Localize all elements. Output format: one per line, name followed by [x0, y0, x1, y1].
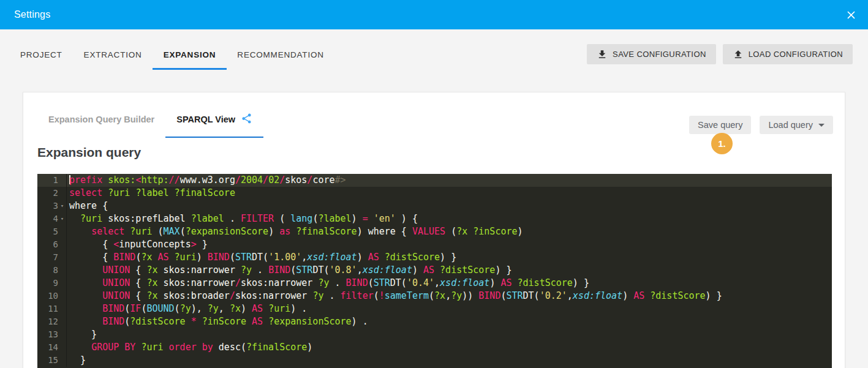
line-number: 15: [37, 354, 67, 367]
code-line[interactable]: 12 BIND(?distScore * ?inScore AS ?expans…: [37, 315, 832, 328]
settings-tabs: PROJECT EXTRACTION EXPANSION RECOMMENDAT…: [20, 50, 345, 59]
code-text: ?uri skos:prefLabel ?label . FILTER ( la…: [67, 212, 418, 225]
query-actions: Save query Load query: [689, 116, 833, 134]
configuration-actions: SAVE CONFIGURATION LOAD CONFIGURATION: [587, 44, 853, 64]
tab-expansion[interactable]: EXPANSION: [164, 50, 216, 59]
code-text: prefix skos:<http://www.w3.org/2004/02/s…: [67, 174, 346, 187]
line-number: 3▾: [37, 200, 67, 212]
code-text: BIND(IF(BOUND(?y), ?y, ?x) AS ?uri) .: [67, 302, 307, 315]
fold-gutter-spacer: [58, 315, 66, 328]
code-line[interactable]: 6 { <inputConcepts> }: [37, 238, 832, 251]
line-number: 2: [37, 187, 67, 200]
fold-arrow-icon[interactable]: ▾: [58, 200, 66, 212]
line-number: 5: [37, 225, 67, 238]
code-line[interactable]: 13 }: [37, 328, 832, 341]
save-configuration-label: SAVE CONFIGURATION: [613, 50, 706, 59]
dialog-title: Settings: [14, 9, 50, 20]
load-query-button[interactable]: Load query: [760, 116, 833, 134]
code-text: UNION { ?x skos:broader/skos:narrower ?y…: [67, 290, 722, 302]
fold-gutter-spacer: [58, 264, 66, 277]
fold-gutter-spacer: [58, 290, 66, 302]
line-number: 7: [37, 251, 67, 264]
fold-gutter-spacer: [58, 238, 66, 251]
code-line[interactable]: 3▾where {: [37, 200, 832, 212]
code-line[interactable]: 4▾ ?uri skos:prefLabel ?label . FILTER (…: [37, 212, 832, 225]
load-configuration-button[interactable]: LOAD CONFIGURATION: [723, 44, 853, 64]
save-configuration-button[interactable]: SAVE CONFIGURATION: [587, 44, 716, 64]
code-text: }: [67, 354, 86, 367]
fold-gutter-spacer: [58, 302, 66, 315]
code-line[interactable]: 14 GROUP BY ?uri order by desc(?finalSco…: [37, 341, 832, 354]
code-text: select ?uri ?label ?finalScore: [67, 187, 235, 200]
code-line[interactable]: 11 BIND(IF(BOUND(?y), ?y, ?x) AS ?uri) .: [37, 302, 832, 315]
code-text: UNION { ?x skos:narrower/skos:narrower ?…: [67, 277, 589, 290]
fold-gutter-spacer: [58, 225, 66, 238]
tab-extraction[interactable]: EXTRACTION: [84, 50, 142, 59]
code-text: { BIND(?x AS ?uri) BIND(STRDT('1.00',xsd…: [67, 251, 456, 264]
load-configuration-label: LOAD CONFIGURATION: [749, 50, 843, 59]
code-line[interactable]: 1prefix skos:<http://www.w3.org/2004/02/…: [37, 174, 832, 187]
code-text: select ?uri (MAX(?expansionScore) as ?fi…: [67, 225, 523, 238]
code-text: UNION { ?x skos:narrower ?y . BIND(STRDT…: [67, 264, 512, 277]
save-query-button[interactable]: Save query: [689, 116, 751, 134]
code-line[interactable]: 5 select ?uri (MAX(?expansionScore) as ?…: [37, 225, 832, 238]
fold-gutter-spacer: [58, 328, 66, 341]
fold-arrow-icon[interactable]: ▾: [58, 212, 66, 225]
sparql-code-editor[interactable]: 1prefix skos:<http://www.w3.org/2004/02/…: [37, 174, 832, 368]
code-text: { <inputConcepts> }: [67, 238, 208, 251]
line-number: 8: [37, 264, 67, 277]
step-badge: 1.: [711, 133, 733, 154]
line-number: 10: [37, 290, 67, 302]
tab-expansion-query-builder[interactable]: Expansion Query Builder: [48, 115, 154, 124]
fold-gutter-spacer: [58, 251, 66, 264]
code-text: GROUP BY ?uri order by desc(?finalScore): [67, 341, 312, 354]
dialog-titlebar: Settings: [0, 0, 868, 29]
expansion-panel: Expansion Query Builder SPARQL View Save…: [23, 92, 845, 368]
code-line[interactable]: 15 }: [37, 354, 832, 367]
code-line[interactable]: 2select ?uri ?label ?finalScore: [37, 187, 832, 200]
tab-recommendation[interactable]: RECOMMENDATION: [237, 50, 323, 59]
caret-down-icon: [818, 124, 825, 127]
line-number: 14: [37, 341, 67, 354]
fold-gutter-spacer: [58, 174, 66, 187]
close-icon[interactable]: [843, 7, 858, 22]
code-line[interactable]: 7 { BIND(?x AS ?uri) BIND(STRDT('1.00',x…: [37, 251, 832, 264]
code-text: where {: [67, 200, 108, 212]
upload-icon: [733, 49, 744, 60]
line-number: 6: [37, 238, 67, 251]
save-query-label: Save query: [698, 120, 742, 130]
panel-tabs: Expansion Query Builder SPARQL View: [48, 113, 252, 126]
tab-sparql-view[interactable]: SPARQL View: [176, 113, 252, 126]
code-line[interactable]: 8 UNION { ?x skos:narrower ?y . BIND(STR…: [37, 264, 832, 277]
code-text: }: [67, 328, 97, 341]
fold-gutter-spacer: [58, 354, 66, 367]
code-line[interactable]: 10 UNION { ?x skos:broader/skos:narrower…: [37, 290, 832, 302]
fold-gutter-spacer: [58, 277, 66, 290]
fold-gutter-spacer: [58, 187, 66, 200]
sparql-view-label: SPARQL View: [176, 115, 235, 124]
code-lines: 1prefix skos:<http://www.w3.org/2004/02/…: [37, 174, 832, 367]
code-text: BIND(?distScore * ?inScore AS ?expansion…: [67, 315, 368, 328]
line-number: 11: [37, 302, 67, 315]
fold-gutter-spacer: [58, 341, 66, 354]
expansion-query-heading: Expansion query: [37, 145, 141, 160]
share-icon[interactable]: [241, 113, 252, 126]
line-number: 4▾: [37, 212, 67, 225]
line-number: 12: [37, 315, 67, 328]
line-number: 13: [37, 328, 67, 341]
line-number: 1: [37, 174, 67, 187]
line-number: 9: [37, 277, 67, 290]
download-icon: [597, 49, 608, 60]
tab-project[interactable]: PROJECT: [20, 50, 62, 59]
load-query-label: Load query: [768, 120, 813, 130]
code-line[interactable]: 9 UNION { ?x skos:narrower/skos:narrower…: [37, 277, 832, 290]
